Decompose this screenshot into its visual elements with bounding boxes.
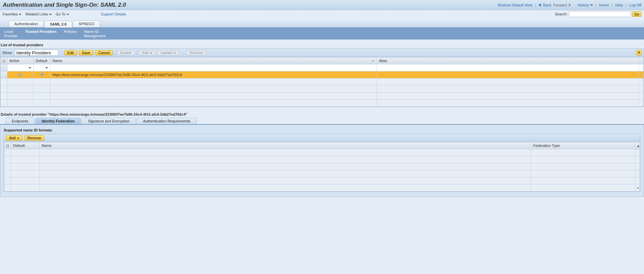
tab-endpoints[interactable]: Endpoints <box>5 118 35 124</box>
search-input[interactable] <box>569 11 631 17</box>
column-name[interactable]: Name <box>40 142 531 149</box>
sort-icon <box>371 60 374 62</box>
table-row[interactable] <box>1 100 644 107</box>
table-row[interactable]: ▾ <box>4 184 640 191</box>
separator: | <box>625 3 627 7</box>
help-link[interactable]: Help <box>615 3 623 7</box>
column-default[interactable]: Default <box>34 57 50 64</box>
enable-button[interactable]: Enable <box>117 50 135 55</box>
table-row[interactable]: https://test.miniorange.in/moas/22306/f7… <box>1 71 644 78</box>
nameid-remove-button[interactable]: Remove <box>25 135 44 141</box>
separator: | <box>535 3 537 7</box>
provider-alias-cell <box>377 71 639 78</box>
select-all-header[interactable]: ◻ <box>1 57 7 64</box>
filter-button[interactable] <box>636 50 642 55</box>
providers-heading: List of trusted providers <box>0 40 644 48</box>
menu-bar: Favorites Related Links Go To Support De… <box>0 10 644 19</box>
nameid-table: ◻ Default Name Federation Type ▴ ▾ <box>4 142 640 192</box>
forward-arrow-icon <box>569 3 571 7</box>
restore-default-view-link[interactable]: Restore Default View <box>498 3 532 7</box>
related-links-menu[interactable]: Related Links <box>26 12 52 16</box>
filter-alias[interactable] <box>377 64 639 71</box>
table-row[interactable] <box>4 177 640 184</box>
subnav-policies[interactable]: Policies <box>63 29 78 34</box>
show-label: Show: <box>2 51 13 55</box>
tab-identity-federation[interactable]: Identity Federation <box>35 118 81 124</box>
subnav-trusted-providers[interactable]: Trusted Providers <box>24 29 58 34</box>
home-link[interactable]: Home <box>599 3 609 7</box>
chevron-down-icon <box>150 52 152 54</box>
favorites-menu[interactable]: Favorites <box>3 12 21 16</box>
separator: | <box>595 3 597 7</box>
chevron-down-icon <box>29 67 31 69</box>
default-radio-icon[interactable] <box>40 73 44 76</box>
search-label: Search: <box>555 12 567 16</box>
title-bar: Authentication and Single Sign-On: SAML … <box>0 0 644 10</box>
scrollbar-header[interactable]: ▴ <box>635 142 640 149</box>
nameid-toolbar: Add Remove <box>4 134 640 142</box>
table-row[interactable] <box>4 156 640 163</box>
column-active[interactable]: Active <box>7 57 34 64</box>
tab-spnego[interactable]: SPNEGO <box>73 20 100 27</box>
table-row[interactable] <box>1 78 644 86</box>
edit-button[interactable]: Edit <box>64 50 77 55</box>
goto-menu[interactable]: Go To <box>56 12 69 16</box>
remove-button[interactable]: Remove <box>186 50 206 55</box>
support-details-link[interactable]: Support Details <box>101 12 126 16</box>
main-tabs: Authentication SAML 2.0 SPNEGO <box>0 19 644 28</box>
separator <box>137 50 137 55</box>
cancel-button[interactable]: Cancel <box>95 50 113 55</box>
menu-items: Favorites Related Links Go To Support De… <box>3 12 126 16</box>
back-arrow-icon <box>539 3 541 7</box>
separator <box>573 3 576 7</box>
tab-authentication[interactable]: Authentication <box>9 20 44 27</box>
go-button[interactable]: Go <box>632 11 641 17</box>
separator <box>115 50 115 55</box>
column-federation-type[interactable]: Federation Type <box>531 142 635 149</box>
scrollbar-header <box>639 57 644 64</box>
table-row[interactable] <box>4 170 640 177</box>
filter-name[interactable] <box>50 64 377 71</box>
separator: | <box>611 3 613 7</box>
subnav-nameid-management[interactable]: Name IDManagement <box>83 29 107 39</box>
scrollbar[interactable] <box>639 64 644 71</box>
column-alias[interactable]: Alias <box>377 57 639 64</box>
providers-table: ◻ Active Default Name Alias https://test… <box>0 57 644 107</box>
subnav-local-provider[interactable]: LocalProvider <box>3 29 19 39</box>
update-button[interactable]: Update <box>157 50 179 55</box>
column-default[interactable]: Default <box>11 142 40 149</box>
nameid-heading: Supported name ID formats <box>4 128 640 132</box>
tab-auth-requirements[interactable]: Authentication Requirements <box>137 118 197 124</box>
tab-saml[interactable]: SAML 2.0 <box>44 21 72 28</box>
table-row[interactable] <box>4 149 640 156</box>
chevron-down-icon <box>66 14 69 15</box>
chevron-down-icon <box>17 138 19 139</box>
chevron-down-icon <box>590 4 593 6</box>
forward-link[interactable]: Forward <box>553 3 567 7</box>
providers-toolbar: Show: Edit Save Cancel Enable Add Update… <box>0 48 644 57</box>
table-row[interactable] <box>4 163 640 170</box>
details-tabs: Endpoints Identity Federation Signature … <box>0 118 644 125</box>
nameid-add-button[interactable]: Add <box>6 135 22 141</box>
chevron-down-icon <box>45 67 48 69</box>
column-name[interactable]: Name <box>50 57 377 64</box>
table-row[interactable] <box>1 93 644 100</box>
status-diamond-icon <box>18 73 22 76</box>
filter-default[interactable] <box>34 64 50 71</box>
history-link[interactable]: History <box>578 3 593 7</box>
show-select[interactable] <box>15 50 58 56</box>
add-button[interactable]: Add <box>139 50 155 55</box>
table-row[interactable] <box>1 86 644 93</box>
filter-active[interactable] <box>7 64 34 71</box>
logoff-link[interactable]: Log Off <box>629 3 641 7</box>
filter-row-icon[interactable] <box>1 64 7 71</box>
chevron-down-icon <box>49 14 52 15</box>
select-all-header[interactable]: ◻ <box>4 142 11 149</box>
chevron-down-icon <box>173 52 176 54</box>
back-link[interactable]: Back <box>543 3 551 7</box>
details-heading: Details of trusted provider "https://tes… <box>0 107 644 118</box>
save-button[interactable]: Save <box>79 50 93 55</box>
header-links: Restore Default View | Back Forward Hist… <box>498 3 641 7</box>
tab-signature-encryption[interactable]: Signature and Encryption <box>82 118 136 124</box>
search-area: Search: Go <box>555 11 641 17</box>
